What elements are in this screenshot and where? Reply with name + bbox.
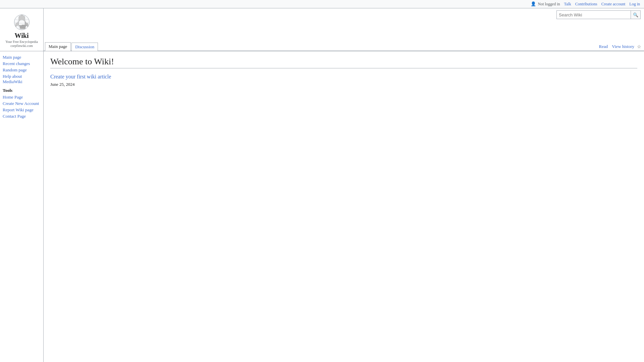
- sidebar-link-contact-page[interactable]: Contact Page: [3, 114, 41, 119]
- tab-main-page[interactable]: Main page: [45, 42, 71, 51]
- logo-tagline: Your Free Encyclopedia: [5, 40, 38, 44]
- tab-group-right: Read View history ☆: [598, 43, 644, 51]
- sidebar-link-home-page[interactable]: Home Page: [3, 95, 41, 100]
- wiki-logo: [12, 12, 32, 32]
- sidebar-link-create-account[interactable]: Create New Account: [3, 101, 41, 106]
- layout: Main page Recent changes Random page Hel…: [0, 51, 644, 362]
- logo-title: Wiki: [15, 32, 29, 40]
- not-logged-in-text: Not logged in: [538, 2, 560, 7]
- tabs-row: Main page Discussion Read View history ☆: [44, 42, 644, 51]
- search-icon: 🔍: [633, 12, 638, 17]
- sidebar-link-recent-changes[interactable]: Recent changes: [3, 61, 41, 66]
- header: Wiki Your Free Encyclopedia corpfinwiki.…: [0, 8, 644, 51]
- contributions-link[interactable]: Contributions: [575, 2, 597, 7]
- search-input[interactable]: [557, 12, 631, 18]
- login-link[interactable]: Log in: [629, 2, 640, 7]
- tools-section-title: Tools: [3, 88, 41, 93]
- tab-read[interactable]: Read: [598, 43, 609, 50]
- sidebar-link-main-page[interactable]: Main page: [3, 55, 41, 60]
- logo-domain: corpfinwiki.com: [10, 44, 33, 48]
- sidebar-link-random-page[interactable]: Random page: [3, 67, 41, 73]
- content-area: Welcome to Wiki! Create your first wiki …: [44, 51, 644, 362]
- tab-group-left: Main page Discussion: [45, 42, 598, 51]
- top-bar: 👤 Not logged in Talk Contributions Creat…: [0, 0, 644, 8]
- search-form[interactable]: 🔍: [556, 10, 641, 19]
- tab-discussion[interactable]: Discussion: [71, 43, 98, 51]
- talk-link[interactable]: Talk: [564, 2, 571, 7]
- top-bar-right: 👤 Not logged in Talk Contributions Creat…: [531, 1, 640, 7]
- logo-area[interactable]: Wiki Your Free Encyclopedia corpfinwiki.…: [0, 8, 44, 51]
- user-icon: 👤: [531, 1, 536, 7]
- search-row: 🔍: [44, 8, 644, 20]
- sidebar-link-report-wiki[interactable]: Report Wiki page: [3, 107, 41, 113]
- article-date: June 25, 2024: [50, 82, 637, 87]
- create-account-link[interactable]: Create account: [601, 2, 626, 7]
- search-button[interactable]: 🔍: [631, 11, 640, 19]
- watchlist-star-icon[interactable]: ☆: [637, 44, 641, 50]
- nav-area: 🔍 Main page Discussion Read View history…: [44, 8, 644, 51]
- first-article-link[interactable]: Create your first wiki article: [50, 74, 637, 80]
- sidebar: Main page Recent changes Random page Hel…: [0, 51, 44, 362]
- tab-view-history[interactable]: View history: [610, 43, 636, 50]
- page-title: Welcome to Wiki!: [50, 57, 637, 68]
- sidebar-link-help-mediawiki[interactable]: Help about MediaWiki: [3, 74, 41, 84]
